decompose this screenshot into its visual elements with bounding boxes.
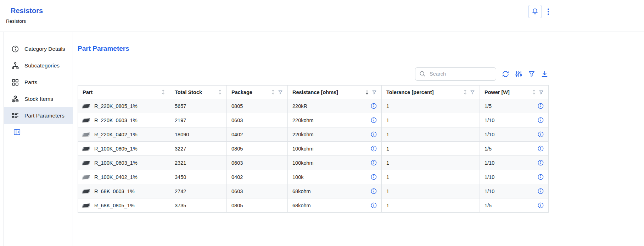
table-header-row: Part Total Stock Package [78, 86, 549, 99]
notifications-button[interactable] [528, 5, 542, 18]
info-icon[interactable] [371, 117, 377, 123]
column-filter-icon[interactable] [372, 90, 377, 95]
tolerance-value: 1 [386, 188, 389, 194]
kebab-dot [548, 11, 549, 12]
part-name: R_100K_0402_1% [94, 174, 138, 180]
sort-icon [271, 89, 275, 95]
table-body: R_220K_0805_1% 5657 0805 220kR 1 1/5 R_2 [78, 99, 549, 213]
info-icon[interactable] [371, 174, 377, 180]
search-box [415, 67, 496, 81]
resistor-chip-icon [82, 189, 90, 193]
part-name: R_100K_0805_1% [94, 146, 138, 152]
sort-icon [161, 89, 165, 95]
info-icon[interactable] [371, 146, 377, 152]
info-icon[interactable] [371, 131, 377, 137]
power-value: 1/10 [485, 160, 494, 166]
info-icon [11, 45, 19, 53]
resistor-chip-icon [82, 104, 90, 108]
column-filter-icon[interactable] [278, 90, 283, 95]
sort-icon [463, 89, 467, 95]
part-name: R_100K_0603_1% [94, 160, 138, 166]
panel-collapse-icon [13, 128, 21, 136]
filter-button[interactable] [528, 70, 535, 77]
tolerance-value: 1 [386, 174, 389, 180]
sort-desc-icon [365, 89, 369, 95]
info-icon[interactable] [538, 174, 544, 180]
sidebar-item-part-parameters[interactable]: Part Parameters [4, 107, 73, 124]
search-input[interactable] [429, 71, 492, 77]
column-header-tolerance[interactable]: Tolerance [percent] [382, 86, 480, 99]
filter-icon [528, 70, 535, 77]
table-row[interactable]: R_100K_0402_1% 3450 0402 100k 1 1/10 [78, 170, 549, 184]
info-icon[interactable] [538, 146, 544, 152]
resistor-chip-icon [82, 175, 90, 179]
power-value: 1/5 [485, 146, 492, 152]
power-value: 1/10 [485, 188, 494, 194]
power-value: 1/10 [485, 132, 494, 137]
sidebar-item-label: Parts [24, 79, 37, 86]
info-icon[interactable] [538, 160, 544, 166]
table-row[interactable]: R_220K_0805_1% 5657 0805 220kR 1 1/5 [78, 99, 549, 113]
column-header-package[interactable]: Package [227, 86, 288, 99]
table-row[interactable]: R_100K_0603_1% 2321 0603 100kohm 1 1/10 [78, 156, 549, 170]
package-value: 0402 [231, 174, 243, 180]
info-icon[interactable] [538, 103, 544, 109]
sidebar-collapse-button[interactable] [13, 128, 21, 136]
resistance-value: 220kohm [292, 132, 314, 137]
package-value: 0603 [231, 160, 243, 166]
column-header-power[interactable]: Power [W] [480, 86, 549, 99]
table-row[interactable]: R_100K_0805_1% 3227 0805 100kohm 1 1/5 [78, 142, 549, 156]
sort-icon [218, 89, 222, 95]
info-icon[interactable] [538, 202, 544, 208]
column-filter-icon[interactable] [539, 90, 544, 95]
resistance-value: 220kR [292, 103, 307, 109]
total-stock-value: 3227 [175, 146, 186, 152]
column-label: Power [W] [485, 89, 510, 95]
grid-icon [11, 78, 19, 86]
table-row[interactable]: R_68K_0805_1% 3735 0805 68kohm 1 1/5 [78, 198, 549, 213]
total-stock-value: 5657 [175, 103, 186, 109]
kebab-dot [548, 9, 549, 10]
column-filter-icon[interactable] [470, 90, 475, 95]
search-icon [419, 71, 426, 77]
info-icon[interactable] [371, 160, 377, 166]
sidebar-item-stock-items[interactable]: Stock Items [4, 91, 73, 107]
refresh-button[interactable] [502, 70, 509, 78]
table-row[interactable]: R_220K_0402_1% 18090 0402 220kohm 1 1/10 [78, 127, 549, 142]
part-name: R_68K_0805_1% [94, 203, 135, 208]
download-button[interactable] [541, 70, 548, 78]
column-header-total-stock[interactable]: Total Stock [170, 86, 227, 99]
column-header-resistance[interactable]: Resistance [ohms] [288, 86, 382, 99]
category-card: Category Details Subcategories [4, 32, 644, 246]
sidebar-item-category-details[interactable]: Category Details [4, 40, 73, 57]
resistor-chip-icon [82, 203, 90, 207]
overflow-menu-button[interactable] [545, 7, 551, 17]
header-actions [528, 5, 551, 18]
sidebar-item-subcategories[interactable]: Subcategories [4, 57, 73, 74]
info-icon[interactable] [371, 188, 377, 194]
info-icon[interactable] [538, 131, 544, 137]
info-icon[interactable] [371, 202, 377, 208]
column-header-part[interactable]: Part [78, 86, 170, 99]
table-row[interactable]: R_220K_0603_1% 2197 0603 220kohm 1 1/10 [78, 113, 549, 127]
refresh-icon [502, 70, 509, 78]
part-name: R_68K_0603_1% [94, 188, 135, 194]
column-settings-button[interactable] [515, 70, 522, 78]
sidebar-item-parts[interactable]: Parts [4, 74, 73, 91]
tolerance-value: 1 [386, 203, 389, 208]
total-stock-value: 3735 [175, 203, 186, 208]
info-icon[interactable] [538, 117, 544, 123]
resistance-value: 68kohm [292, 203, 311, 208]
package-value: 0603 [231, 117, 243, 123]
table-row[interactable]: R_68K_0603_1% 2742 0603 68kohm 1 1/10 [78, 184, 549, 198]
resistor-chip-icon [82, 161, 90, 165]
sidebar-item-label: Subcategories [24, 62, 60, 69]
info-icon[interactable] [371, 103, 377, 109]
resistance-value: 100kohm [292, 146, 314, 152]
column-label: Package [231, 89, 252, 95]
tolerance-value: 1 [386, 160, 389, 166]
info-icon[interactable] [538, 188, 544, 194]
part-name: R_220K_0805_1% [94, 103, 138, 109]
column-label: Total Stock [175, 89, 202, 95]
power-value: 1/10 [485, 117, 494, 123]
